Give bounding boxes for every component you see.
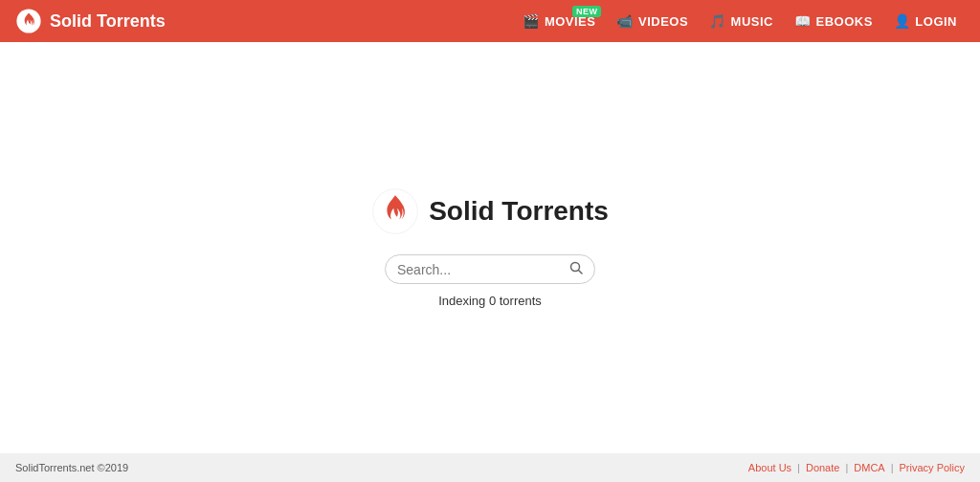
center-logo-icon	[371, 187, 419, 235]
movies-nav-icon: 🎬	[523, 13, 540, 29]
brand[interactable]: Solid Torrents	[15, 8, 166, 34]
nav-item-ebooks[interactable]: 📖EBOOKS	[787, 10, 880, 33]
header: Solid Torrents 🎬MOVIESNEW📹VIDEOS🎵MUSIC📖E…	[0, 0, 980, 42]
footer-copyright: SolidTorrents.net ©2019	[15, 462, 128, 473]
center-logo: Solid Torrents	[371, 187, 609, 235]
nav-item-videos[interactable]: 📹VIDEOS	[609, 10, 696, 33]
indexing-text: Indexing 0 torrents	[438, 294, 542, 308]
footer-link-donate[interactable]: Donate	[806, 462, 839, 473]
search-icon	[569, 261, 583, 274]
ebooks-nav-icon: 📖	[794, 13, 812, 29]
nav-item-movies[interactable]: 🎬MOVIESNEW	[515, 10, 603, 33]
search-input[interactable]	[397, 262, 569, 277]
footer-link-dmca[interactable]: DMCA	[854, 462, 884, 473]
search-button[interactable]	[569, 261, 583, 277]
movies-badge: NEW	[572, 6, 602, 17]
ebooks-nav-label: EBOOKS	[815, 14, 872, 29]
login-nav-label: LOGIN	[915, 14, 957, 29]
login-nav-icon: 👤	[894, 13, 911, 29]
brand-label: Solid Torrents	[50, 11, 166, 32]
svg-line-3	[579, 271, 583, 274]
footer-link-privacy-policy[interactable]: Privacy Policy	[900, 462, 965, 473]
videos-nav-icon: 📹	[616, 13, 634, 29]
brand-icon	[15, 8, 42, 34]
nav-item-music[interactable]: 🎵MUSIC	[702, 10, 781, 33]
footer-link-about-us[interactable]: About Us	[748, 462, 791, 473]
footer-separator: |	[891, 462, 894, 473]
music-nav-icon: 🎵	[709, 13, 726, 29]
nav-item-login[interactable]: 👤LOGIN	[886, 10, 965, 33]
music-nav-label: MUSIC	[731, 14, 773, 29]
main-nav: 🎬MOVIESNEW📹VIDEOS🎵MUSIC📖EBOOKS👤LOGIN	[515, 10, 965, 33]
center-logo-text: Solid Torrents	[429, 196, 609, 227]
footer-links: About Us|Donate|DMCA|Privacy Policy	[748, 462, 965, 473]
main-content: Solid Torrents Indexing 0 torrents	[0, 42, 980, 453]
footer-separator: |	[845, 462, 848, 473]
search-container	[385, 254, 595, 284]
footer: SolidTorrents.net ©2019 About Us|Donate|…	[0, 453, 980, 482]
videos-nav-label: VIDEOS	[638, 14, 688, 29]
footer-separator: |	[797, 462, 800, 473]
